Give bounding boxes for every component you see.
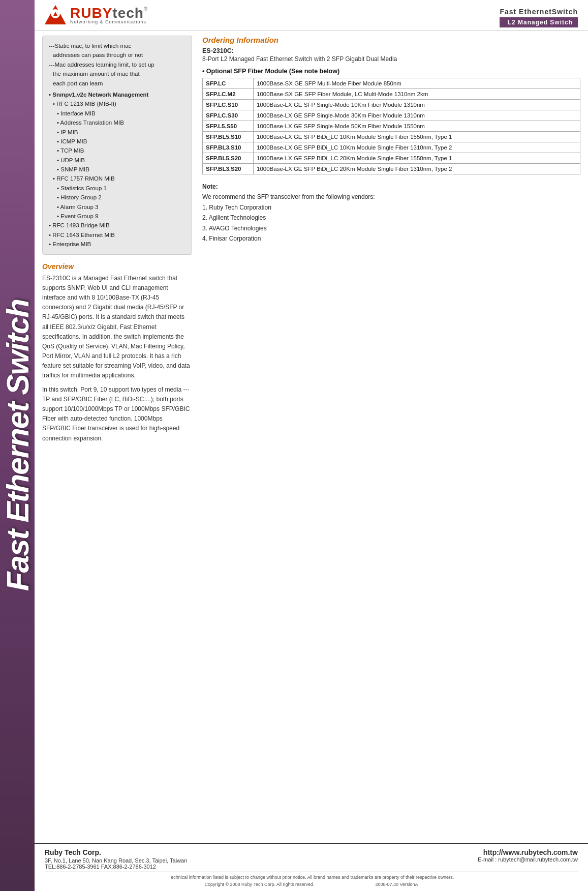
footer-disclaimer: Technical information listed is subject … xyxy=(45,872,578,891)
note-text: We recommend the SFP transceiver from th… xyxy=(202,192,580,202)
sfp-model: SFP.BL3.S10 xyxy=(203,142,254,153)
footer-left: Ruby Tech Corp. 3F, No.1, Lane 50, Nan K… xyxy=(45,848,187,870)
overview-text1: ES-2310C is a Managed Fast Ethernet swit… xyxy=(42,274,192,381)
table-row: SFP.L5.S501000Base-LX GE SFP Single-Mode… xyxy=(203,121,580,132)
tcp-mib: • TCP MIB xyxy=(57,146,185,155)
disclaimer1: Technical information listed is subject … xyxy=(45,874,578,881)
sfp-desc: 1000Base-LX GE SFP Single-Mode 30Km Fibe… xyxy=(254,110,580,121)
footer: Ruby Tech Corp. 3F, No.1, Lane 50, Nan K… xyxy=(35,843,588,891)
main-content: RUBY tech ® Networking & Communications … xyxy=(35,0,588,891)
version: 2008-07.30 VersionA xyxy=(376,882,418,887)
event-group: • Event Group 9 xyxy=(57,212,185,221)
logo-area: RUBY tech ® Networking & Communications xyxy=(45,5,147,24)
table-row: SFP.LC.S101000Base-LX GE SFP Single-Mode… xyxy=(203,100,580,110)
overview-section: Overview ES-2310C is a Managed Fast Ethe… xyxy=(42,262,192,443)
sfp-model: SFP.LC.S10 xyxy=(203,100,254,110)
rfc1213: • RFC 1213 MIB (MIB-II) xyxy=(53,99,185,108)
note-vendors: 1. Ruby Tech Corporation2. Agilient Tech… xyxy=(202,202,580,244)
sfp-table: SFP.LC1000Base-SX GE SFP Multi-Mode Fibe… xyxy=(202,78,580,174)
sfp-model: SFP.L5.S50 xyxy=(203,121,254,132)
table-row: SFP.LC1000Base-SX GE SFP Multi-Mode Fibe… xyxy=(203,78,580,89)
email-label: E-mail : xyxy=(478,856,498,863)
logo-box: RUBY tech ® Networking & Communications xyxy=(45,5,147,24)
address-trans: • Address Translation MIB xyxy=(57,118,185,127)
header-title-top: Fast EthernetSwitch xyxy=(500,8,578,16)
note-vendor-item: 3. AVAGO Technologies xyxy=(202,223,580,233)
enterprise: • Enterprise MIB xyxy=(49,240,185,249)
feature-line4: the maximum amount of mac that xyxy=(53,69,185,78)
sfp-desc: 1000Base-LX GE SFP BiDi_LC 10Km Module S… xyxy=(254,132,580,142)
left-banner: Fast Ethernet Switch xyxy=(0,0,35,891)
rfc1643: • RFC 1643 Ethernet MIB xyxy=(49,230,185,240)
left-column: ---Static mac, to limit which mac addres… xyxy=(42,36,200,443)
model-name: ES-2310C: xyxy=(202,47,580,54)
website-prefix: http:// xyxy=(483,848,503,856)
banner-text: Fast Ethernet Switch xyxy=(0,300,35,591)
sfp-desc: 1000Base-LX GE SFP BiDi_LC 10Km Module S… xyxy=(254,142,580,153)
snmp-mib: • SNMP MIB xyxy=(57,165,185,174)
model-desc: 8-Port L2 Managed Fast Ethernet Switch w… xyxy=(202,55,580,63)
overview-text2: In this switch, Port 9, 10 support two t… xyxy=(42,385,192,443)
table-row: SFP.BL3.S201000Base-LX GE SFP BiDi_LC 20… xyxy=(203,164,580,174)
footer-main: Ruby Tech Corp. 3F, No.1, Lane 50, Nan K… xyxy=(45,848,578,870)
note-vendor-item: 4. Finisar Corporation xyxy=(202,233,580,244)
right-column: Ordering Information ES-2310C: 8-Port L2… xyxy=(200,36,580,244)
note-section: Note: We recommend the SFP transceiver f… xyxy=(202,182,580,244)
table-row: SFP.BL5.S201000Base-LX GE SFP BiDi_LC 20… xyxy=(203,153,580,164)
address-line1: 3F, No.1, Lane 50, Nan Kang Road, Sec.3,… xyxy=(45,857,187,864)
sfp-model: SFP.BL5.S10 xyxy=(203,132,254,142)
website-url: www.rubytech.com.tw xyxy=(503,848,578,856)
header: RUBY tech ® Networking & Communications … xyxy=(35,0,588,31)
feature-line3: ---Mac addresses learning limit, to set … xyxy=(49,60,185,69)
note-vendor-item: 2. Agilient Technologies xyxy=(202,213,580,223)
table-row: SFP.BL5.S101000Base-LX GE SFP BiDi_LC 10… xyxy=(203,132,580,142)
ip-mib: • IP MIB xyxy=(57,128,185,137)
sfp-model: SFP.BL3.S20 xyxy=(203,164,254,174)
logo-subtitle: Networking & Communications xyxy=(70,19,147,24)
company-name: Ruby Tech Corp. xyxy=(45,848,187,856)
alarm-group: • Alarm Group 3 xyxy=(57,202,185,212)
table-row: SFP.LC.M21000Base-SX GE SFP Fiber Module… xyxy=(203,89,580,100)
email: E-mail : rubytech@mail.rubytech.com.tw xyxy=(478,856,578,863)
history-group: • History Group 2 xyxy=(57,193,185,202)
sfp-model: SFP.BL5.S20 xyxy=(203,153,254,164)
header-right: Fast EthernetSwitch L2 Managed Switch xyxy=(500,5,578,27)
snmp-label: • Snmpv1,v2c Network Management xyxy=(49,90,185,99)
disclaimer2-version: Copyright © 2008 Ruby Tech Corp. All rig… xyxy=(45,881,578,888)
email-address: rubytech@mail.rubytech.com.tw xyxy=(498,856,578,863)
sfp-model: SFP.LC.S30 xyxy=(203,110,254,121)
disclaimer2: Copyright © 2008 Ruby Tech Corp. All rig… xyxy=(204,882,314,887)
overview-title: Overview xyxy=(42,262,192,271)
body-columns: ---Static mac, to limit which mac addres… xyxy=(35,31,588,449)
note-title: Note: xyxy=(202,182,580,192)
icmp-mib: • ICMP MIB xyxy=(57,137,185,146)
sfp-model: SFP.LC.M2 xyxy=(203,89,254,100)
feature-line2: addresses can pass through or not xyxy=(53,50,185,60)
website: http://www.rubytech.com.tw xyxy=(478,848,578,856)
stats-group: • Statistics Group 1 xyxy=(57,184,185,193)
ordering-title: Ordering Information xyxy=(202,36,580,44)
interface-mib: • Interface MIB xyxy=(57,109,185,118)
note-vendor-item: 1. Ruby Tech Corporation xyxy=(202,202,580,213)
table-row: SFP.LC.S301000Base-LX GE SFP Single-Mode… xyxy=(203,110,580,121)
sfp-desc: 1000Base-LX GE SFP Single-Mode 50Km Fibe… xyxy=(254,121,580,132)
header-title-bottom: L2 Managed Switch xyxy=(500,17,578,27)
rfc1493: • RFC 1493 Bridge MIB xyxy=(49,221,185,230)
feature-line5: each port can learn xyxy=(53,79,185,88)
sfp-desc: 1000Base-SX GE SFP Fiber Module, LC Mult… xyxy=(254,89,580,100)
table-row: SFP.BL3.S101000Base-LX GE SFP BiDi_LC 10… xyxy=(203,142,580,153)
optional-header: • Optional SFP Fiber Module (See note be… xyxy=(202,68,580,75)
sfp-desc: 1000Base-LX GE SFP BiDi_LC 20Km Module S… xyxy=(254,153,580,164)
sfp-desc: 1000Base-LX GE SFP Single-Mode 10Km Fibe… xyxy=(254,100,580,110)
logo-reg: ® xyxy=(144,6,147,12)
udp-mib: • UDP MIB xyxy=(57,156,185,165)
sfp-model: SFP.LC xyxy=(203,78,254,89)
footer-right: http://www.rubytech.com.tw E-mail : ruby… xyxy=(478,848,578,863)
feature-line1: ---Static mac, to limit which mac xyxy=(49,41,185,50)
sfp-desc: 1000Base-SX GE SFP Multi-Mode Fiber Modu… xyxy=(254,78,580,89)
address-line2: TEL:886-2-2785-3961 FAX:886-2-2786-3012 xyxy=(45,864,187,870)
sfp-desc: 1000Base-LX GE SFP BiDi_LC 20Km Module S… xyxy=(254,164,580,174)
rfc1757: • RFC 1757 RMON MIB xyxy=(53,174,185,183)
feature-box: ---Static mac, to limit which mac addres… xyxy=(42,36,192,255)
